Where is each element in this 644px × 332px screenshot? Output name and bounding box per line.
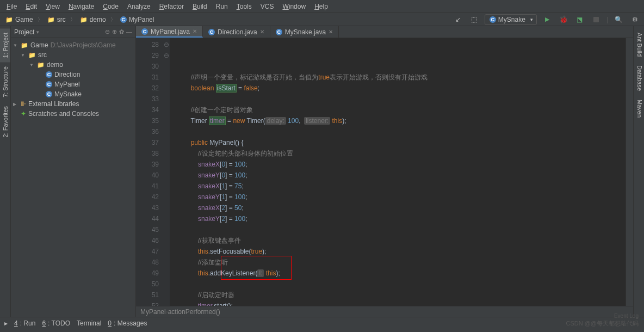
search-button[interactable]: 🔍 [612, 14, 624, 26]
line-numbers: 2829303132333435363738394041424344454647… [136, 38, 163, 306]
class-icon [46, 81, 52, 88]
class-icon [208, 29, 215, 35]
run-coverage-button[interactable]: ⬔ [574, 14, 586, 26]
breadcrumb-sep [38, 15, 43, 23]
tree-item[interactable]: Game D:\JavaProjects\Game [11, 40, 135, 50]
run-config-name: MySnake [498, 16, 525, 23]
tree-arrow-icon[interactable] [13, 101, 18, 107]
menu-help[interactable]: Help [310, 1, 332, 12]
tool-tab[interactable]: Database [634, 61, 644, 95]
hide-icon[interactable]: — [126, 28, 132, 35]
class-icon [46, 91, 52, 97]
toolbar-row: GamesrcdemoMyPanel ↙ ⬚ MySnake ▶ 🐞 ⬔ | 🔍… [0, 13, 644, 26]
code-area[interactable]: 2829303132333435363738394041424344454647… [136, 38, 633, 306]
editor-tab[interactable]: Direction.java✕ [203, 26, 270, 38]
class-icon [141, 28, 148, 35]
menu-run[interactable]: Run [212, 1, 232, 12]
close-tab-icon[interactable]: ✕ [260, 29, 264, 35]
select-opened-icon[interactable]: ⊕ [112, 28, 117, 35]
code-text[interactable]: //声明一个变量，标记游戏是否开始，当值为true表示开始游戏，否则没有开始游戏… [170, 38, 626, 306]
menu-navigate[interactable]: Navigate [64, 1, 98, 12]
breadcrumb-item[interactable]: MyPanel [118, 15, 157, 24]
tree-item[interactable]: MyPanel [11, 79, 135, 89]
settings-wheel-icon[interactable]: ⚙ [629, 14, 641, 26]
menu-code[interactable]: Code [98, 1, 123, 12]
tree-item[interactable]: MySnake [11, 89, 135, 99]
status-bar: ▸4: Run6: TODOTerminal0: Messages [0, 317, 644, 329]
gutter-marks: ⊖⊖ [163, 38, 170, 306]
menu-refactor[interactable]: Refactor [155, 1, 188, 12]
status-item[interactable]: Terminal [77, 319, 101, 327]
event-log-link[interactable]: Event Log [614, 313, 639, 319]
folder-icon [21, 41, 28, 49]
run-config-select[interactable]: MySnake [485, 14, 537, 25]
tree-item[interactable]: ⊪External Libraries [11, 99, 135, 109]
left-tool-tabs: 1: Project7: Structure2: Favorites [0, 26, 11, 317]
tool-tab[interactable]: Maven [634, 95, 644, 122]
folder-icon [37, 61, 45, 69]
editor-tab[interactable]: MyPanel.java✕ [136, 26, 203, 38]
crumb[interactable]: actionPerformed() [168, 308, 220, 316]
menu-build[interactable]: Build [188, 1, 212, 12]
project-panel: Project ▾ ⊖ ⊕ ✿ — Game D:\JavaProjects\G… [11, 26, 136, 317]
lib-icon: ⊪ [21, 100, 26, 108]
status-item[interactable]: 4: Run [14, 319, 35, 327]
status-item[interactable]: 6: TODO [42, 319, 70, 327]
menu-edit[interactable]: Edit [21, 1, 41, 12]
close-tab-icon[interactable]: ✕ [193, 28, 197, 34]
debug-button[interactable]: 🐞 [558, 14, 569, 26]
error-stripe[interactable] [626, 38, 633, 306]
editor-tabs: MyPanel.java✕Direction.java✕MySnake.java… [136, 26, 633, 38]
tool-tab[interactable]: Ant Build [634, 28, 644, 61]
status-item[interactable]: 0: Messages [108, 319, 147, 327]
toolbar-icon[interactable]: ↙ [452, 14, 464, 26]
tree-arrow-icon[interactable] [21, 52, 26, 58]
tool-tab[interactable]: 1: Project [0, 28, 10, 62]
settings-icon[interactable]: ✿ [119, 28, 124, 35]
panel-header: Project ▾ ⊖ ⊕ ✿ — [11, 26, 135, 38]
status-left: ▸4: Run6: TODOTerminal0: Messages [4, 319, 147, 327]
editor-tab[interactable]: MySnake.java✕ [270, 26, 339, 38]
menu-file[interactable]: File [2, 1, 21, 12]
tree-arrow-icon[interactable] [29, 62, 35, 67]
tree-item[interactable]: src [11, 50, 135, 60]
menu-vcs[interactable]: VCS [256, 1, 278, 12]
inner-breadcrumbs: MyPanel › actionPerformed() [136, 306, 633, 317]
tree-arrow-icon[interactable] [13, 42, 18, 48]
tree-item[interactable]: Direction [11, 70, 135, 79]
collapse-icon[interactable]: ⊖ [105, 28, 110, 35]
menu-window[interactable]: Window [278, 1, 310, 12]
tool-tab[interactable]: 2: Favorites [0, 102, 10, 142]
breadcrumbs: GamesrcdemoMyPanel [3, 15, 156, 24]
menu-tools[interactable]: Tools [232, 1, 256, 12]
breadcrumb-item[interactable]: Game [3, 15, 35, 24]
toolbar-icon[interactable]: ⬚ [468, 14, 480, 26]
editor: MyPanel.java✕Direction.java✕MySnake.java… [136, 26, 633, 317]
folder-icon [5, 16, 13, 23]
watermark: CSDN @@每天都想敲代码 [566, 319, 639, 328]
tree-item[interactable]: ✦Scratches and Consoles [11, 109, 135, 119]
main-menu: FileEditViewNavigateCodeAnalyzeRefactorB… [0, 0, 644, 13]
panel-title: Project [14, 28, 34, 36]
folder-icon [47, 16, 55, 23]
breadcrumb-item[interactable]: src [45, 15, 68, 24]
close-tab-icon[interactable]: ✕ [329, 29, 333, 35]
menu-analyze[interactable]: Analyze [123, 1, 155, 12]
toolbar-right: ↙ ⬚ MySnake ▶ 🐞 ⬔ | 🔍 ⚙ [452, 14, 641, 26]
project-tree: Game D:\JavaProjects\GamesrcdemoDirectio… [11, 38, 135, 121]
class-icon [46, 71, 52, 78]
folder-icon [28, 51, 36, 59]
class-icon [276, 29, 282, 35]
right-tool-tabs: Ant BuildDatabaseMaven [633, 26, 644, 317]
class-icon [490, 16, 496, 23]
crumb[interactable]: MyPanel [140, 308, 166, 316]
tool-tab[interactable]: 7: Structure [0, 62, 10, 102]
panel-dropdown-icon[interactable]: ▾ [36, 29, 39, 35]
tree-item[interactable]: demo [11, 60, 135, 70]
scratch-icon: ✦ [21, 110, 26, 118]
breadcrumb-sep [70, 15, 76, 23]
menu-view[interactable]: View [41, 1, 64, 12]
stop-button[interactable] [590, 14, 602, 26]
breadcrumb-item[interactable]: demo [78, 15, 108, 24]
run-button[interactable]: ▶ [541, 14, 553, 26]
